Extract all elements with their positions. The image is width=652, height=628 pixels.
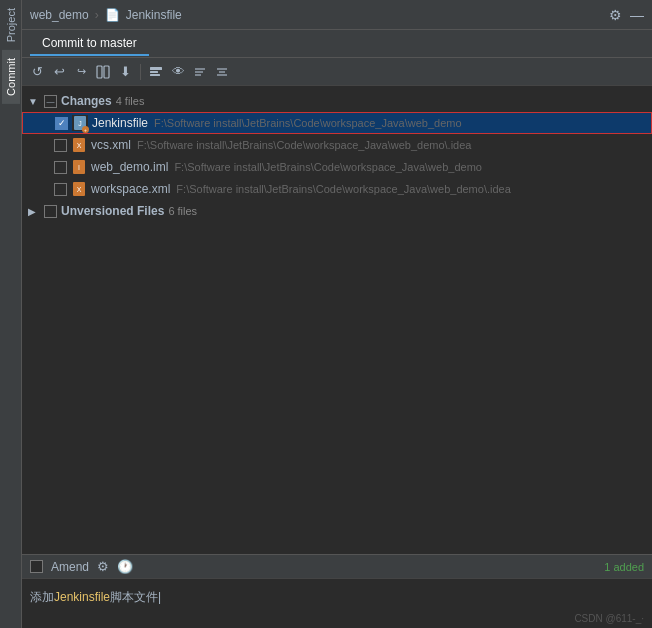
vcs-path: F:\Software install\JetBrains\Code\works…	[137, 139, 471, 151]
svg-rect-0	[97, 66, 102, 78]
iml-icon: I	[71, 159, 87, 175]
status-left: Amend ⚙ 🕐	[30, 559, 133, 574]
file-item-iml[interactable]: I web_demo.iml F:\Software install\JetBr…	[22, 156, 652, 178]
main-panel: web_demo › 📄 Jenkinsfile ⚙ — Commit to m…	[22, 0, 652, 628]
iml-path: F:\Software install\JetBrains\Code\works…	[174, 161, 482, 173]
title-actions: ⚙ —	[609, 7, 644, 23]
jenkinsfile-icon: J +	[72, 115, 88, 131]
side-panel: Project Commit	[0, 0, 22, 628]
changes-label: Changes	[61, 94, 112, 108]
unversioned-group-header[interactable]: ▶ Unversioned Files 6 files	[22, 200, 652, 222]
workspace-checkbox[interactable]	[54, 183, 67, 196]
vcs-name: vcs.xml	[91, 138, 131, 152]
undo-icon[interactable]: ↩	[50, 63, 68, 81]
commit-highlight: Jenkinsfile	[54, 590, 110, 604]
toolbar-separator	[140, 64, 141, 80]
file-item-workspace[interactable]: X workspace.xml F:\Software install\JetB…	[22, 178, 652, 200]
changes-expand-icon: ▼	[28, 96, 42, 107]
toolbar: ↺ ↩ ↪ ⬇ 👁	[22, 58, 652, 86]
project-name: web_demo	[30, 8, 89, 22]
refresh-icon[interactable]: ↺	[28, 63, 46, 81]
file-icon-small: 📄	[105, 8, 120, 22]
file-item-jenkinsfile[interactable]: J + Jenkinsfile F:\Software install\JetB…	[22, 112, 652, 134]
amend-checkbox-group: Amend	[30, 560, 89, 574]
vcs-checkbox[interactable]	[54, 139, 67, 152]
jenkinsfile-checkbox[interactable]	[55, 117, 68, 130]
amend-checkbox[interactable]	[30, 560, 43, 573]
iml-checkbox[interactable]	[54, 161, 67, 174]
commit-suffix: 脚本文件|	[110, 590, 161, 604]
title-bar: web_demo › 📄 Jenkinsfile ⚙ —	[22, 0, 652, 30]
history-icon[interactable]: 🕐	[117, 559, 133, 574]
iml-name: web_demo.iml	[91, 160, 168, 174]
breadcrumb: web_demo › 📄 Jenkinsfile	[30, 8, 182, 22]
settings-small-icon[interactable]: ⚙	[97, 559, 109, 574]
amend-label: Amend	[51, 560, 89, 574]
minimize-icon[interactable]: —	[630, 7, 644, 23]
unversioned-label: Unversioned Files	[61, 204, 164, 218]
watermark: CSDN @611-_·	[574, 613, 644, 624]
tab-bar: Commit to master	[22, 30, 652, 58]
project-tab[interactable]: Project	[2, 0, 20, 50]
unversioned-count: 6 files	[168, 205, 197, 217]
commit-message-display: 添加Jenkinsfile脚本文件|	[30, 585, 644, 610]
jenkinsfile-name: Jenkinsfile	[92, 116, 148, 130]
workspace-path: F:\Software install\JetBrains\Code\works…	[176, 183, 510, 195]
changes-checkbox[interactable]	[44, 95, 57, 108]
vcs-icon: X	[71, 137, 87, 153]
jenkinsfile-path: F:\Software install\JetBrains\Code\works…	[154, 117, 462, 129]
commit-message-area: 添加Jenkinsfile脚本文件| CSDN @611-_·	[22, 578, 652, 628]
commit-tab[interactable]: Commit	[2, 50, 20, 104]
file-name-title: Jenkinsfile	[126, 8, 182, 22]
expand-icon[interactable]	[213, 63, 231, 81]
commit-prefix: 添加	[30, 590, 54, 604]
view-icon[interactable]: 👁	[169, 63, 187, 81]
download-icon[interactable]: ⬇	[116, 63, 134, 81]
file-item-vcs[interactable]: X vcs.xml F:\Software install\JetBrains\…	[22, 134, 652, 156]
svg-rect-2	[150, 67, 162, 70]
group-by-icon[interactable]	[147, 63, 165, 81]
move-to-changelist-icon[interactable]: ↪	[72, 63, 90, 81]
svg-rect-1	[104, 66, 109, 78]
settings-icon[interactable]: ⚙	[609, 7, 622, 23]
commit-tab-item[interactable]: Commit to master	[30, 32, 149, 56]
svg-rect-3	[150, 71, 158, 73]
breadcrumb-separator: ›	[95, 8, 99, 22]
changes-count: 4 files	[116, 95, 145, 107]
added-status: 1 added	[604, 561, 644, 573]
status-bar: Amend ⚙ 🕐 1 added	[22, 554, 652, 578]
unversioned-expand-icon: ▶	[28, 206, 42, 217]
diff-icon[interactable]	[94, 63, 112, 81]
workspace-icon: X	[71, 181, 87, 197]
sort-icon[interactable]	[191, 63, 209, 81]
svg-rect-4	[150, 74, 160, 76]
unversioned-checkbox[interactable]	[44, 205, 57, 218]
changes-group-header[interactable]: ▼ Changes 4 files	[22, 90, 652, 112]
file-tree: ▼ Changes 4 files J + Jenkinsfile F:\Sof…	[22, 86, 652, 554]
workspace-name: workspace.xml	[91, 182, 170, 196]
